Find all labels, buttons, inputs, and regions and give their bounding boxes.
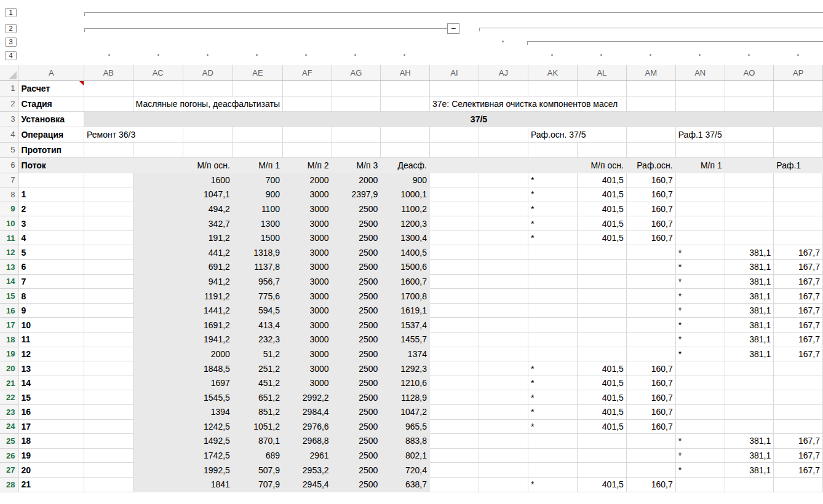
cell-AI19[interactable] <box>430 347 479 361</box>
cell-AK25[interactable] <box>528 434 577 449</box>
cell-AI14[interactable] <box>430 274 479 289</box>
cell-AE1[interactable] <box>233 81 282 96</box>
cell-AN20[interactable] <box>675 361 725 376</box>
column-header-AG[interactable]: AG <box>332 65 381 81</box>
cell-AE7[interactable]: 700 <box>233 173 282 187</box>
cell-AH12[interactable]: 1400,5 <box>381 245 430 260</box>
cell-AF15[interactable]: 3000 <box>282 289 332 304</box>
row-header-23[interactable]: 23 <box>0 405 18 420</box>
cell-AJ6[interactable] <box>479 157 528 173</box>
cell-AM5[interactable] <box>626 142 675 157</box>
cell-AG4[interactable] <box>332 127 381 142</box>
cell-AB25[interactable] <box>84 434 133 449</box>
cell-AM1[interactable] <box>626 81 675 96</box>
cell-AM12[interactable] <box>626 245 675 260</box>
cell-AJ4[interactable] <box>479 127 528 142</box>
row-header-13[interactable]: 13 <box>0 260 18 275</box>
cell-AG22[interactable]: 2500 <box>332 390 381 405</box>
cell-AG20[interactable]: 2500 <box>332 361 381 376</box>
column-header-AC[interactable]: AC <box>133 65 183 81</box>
cell-AI20[interactable] <box>430 361 479 376</box>
cell-AC27[interactable] <box>133 463 183 478</box>
cell-AD3[interactable] <box>183 111 233 127</box>
cell-AN22[interactable] <box>675 390 725 405</box>
cell-AL7[interactable]: 401,5 <box>577 173 626 187</box>
cell-A8[interactable]: 1 <box>18 187 84 202</box>
cell-AI12[interactable] <box>430 245 479 260</box>
cell-A2[interactable]: Стадия <box>18 96 84 111</box>
cell-AB7[interactable] <box>84 173 133 187</box>
cell-AM11[interactable]: 160,7 <box>626 230 675 245</box>
cell-AG6[interactable]: М/п 3 <box>332 157 381 173</box>
cell-AM10[interactable]: 160,7 <box>626 216 675 231</box>
cell-AP1[interactable] <box>774 81 823 96</box>
cell-AB9[interactable] <box>84 202 133 216</box>
cell-AI9[interactable] <box>430 202 479 216</box>
column-header-A[interactable]: A <box>18 65 84 81</box>
cell-AH24[interactable]: 965,5 <box>381 419 430 434</box>
cell-AN28[interactable] <box>675 477 725 492</box>
cell-AN26[interactable]: * <box>675 448 725 463</box>
cell-AI25[interactable] <box>430 434 479 449</box>
cell-AP18[interactable]: 167,7 <box>774 333 823 347</box>
cell-AB8[interactable] <box>84 187 133 202</box>
cell-AP4[interactable] <box>774 127 823 142</box>
cell-AP27[interactable]: 167,7 <box>774 463 823 478</box>
cell-AN18[interactable]: * <box>675 333 725 347</box>
cell-A11[interactable]: 4 <box>18 230 84 245</box>
cell-AI23[interactable] <box>430 405 479 420</box>
cell-AL22[interactable]: 401,5 <box>577 390 626 405</box>
cell-AF19[interactable]: 3000 <box>282 347 332 361</box>
cell-AI15[interactable] <box>430 289 479 304</box>
cell-AO18[interactable]: 381,1 <box>725 333 774 347</box>
cell-AJ14[interactable] <box>479 274 528 289</box>
cell-AG8[interactable]: 2397,9 <box>332 187 381 202</box>
row-header-4[interactable]: 4 <box>0 127 18 142</box>
cell-AC19[interactable] <box>133 347 183 361</box>
cell-AF12[interactable]: 3000 <box>282 245 332 260</box>
cell-AF23[interactable]: 2984,4 <box>282 405 332 420</box>
row-header-2[interactable]: 2 <box>0 96 18 111</box>
outline-level-4-button[interactable]: 4 <box>5 51 17 60</box>
cell-AD5[interactable] <box>183 142 233 157</box>
cell-AC15[interactable] <box>133 289 183 304</box>
cell-A24[interactable]: 17 <box>18 419 84 434</box>
cell-AM19[interactable] <box>626 347 675 361</box>
cell-AJ7[interactable] <box>479 173 528 187</box>
cell-AO2[interactable] <box>725 96 774 111</box>
cell-AE21[interactable]: 451,2 <box>233 376 282 390</box>
row-header-25[interactable]: 25 <box>0 434 18 449</box>
cell-AO24[interactable] <box>725 419 774 434</box>
column-header-AK[interactable]: AK <box>528 65 577 81</box>
cell-AG12[interactable]: 2500 <box>332 245 381 260</box>
row-header-27[interactable]: 27 <box>0 463 18 478</box>
cell-AD8[interactable]: 1047,1 <box>183 187 233 202</box>
cell-A1[interactable]: Расчет <box>18 81 84 96</box>
cell-AE22[interactable]: 651,2 <box>233 390 282 405</box>
cell-AM24[interactable]: 160,7 <box>626 419 675 434</box>
row-header-28[interactable]: 28 <box>0 477 18 492</box>
cell-A5[interactable]: Прототип <box>18 142 84 157</box>
cell-AD10[interactable]: 342,7 <box>183 216 233 231</box>
cell-AP17[interactable]: 167,7 <box>774 318 823 333</box>
cell-AC20[interactable] <box>133 361 183 376</box>
row-header-8[interactable]: 8 <box>0 187 18 202</box>
cell-AG23[interactable]: 2500 <box>332 405 381 420</box>
cell-AG18[interactable]: 2500 <box>332 333 381 347</box>
cell-AB11[interactable] <box>84 230 133 245</box>
cell-AL19[interactable] <box>577 347 626 361</box>
cell-AP8[interactable] <box>774 187 823 202</box>
cell-AO25[interactable]: 381,1 <box>725 434 774 449</box>
cell-AO21[interactable] <box>725 376 774 390</box>
cell-AC18[interactable] <box>133 333 183 347</box>
cell-AH2[interactable] <box>381 96 430 111</box>
cell-A27[interactable]: 20 <box>18 463 84 478</box>
cell-AL10[interactable]: 401,5 <box>577 216 626 231</box>
cell-AG1[interactable] <box>332 81 381 96</box>
cell-AG14[interactable]: 2500 <box>332 274 381 289</box>
cell-AD4[interactable] <box>183 127 233 142</box>
cell-AN16[interactable]: * <box>675 303 725 318</box>
cell-A20[interactable]: 13 <box>18 361 84 376</box>
cell-AN21[interactable] <box>675 376 725 390</box>
cell-AO22[interactable] <box>725 390 774 405</box>
